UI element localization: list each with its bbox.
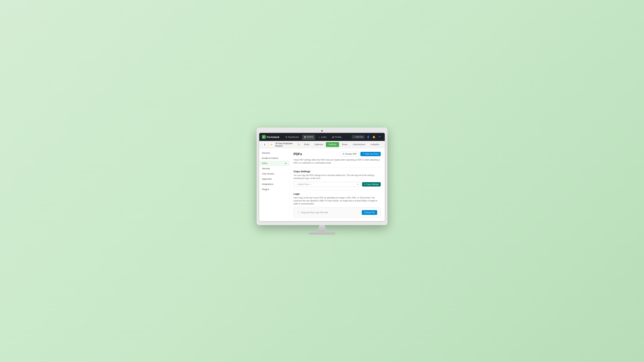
tab-submissions[interactable]: Submissions [350,142,368,147]
tab-optimize[interactable]: Optimize [312,142,326,147]
preview-icon: 👁 [342,153,344,155]
select-form-dropdown[interactable]: — Select Form — ▼ [294,182,361,187]
logo-upload-area[interactable]: 📄 Drag and Drop Logo File Here Choose Fi… [294,207,381,218]
nav-label-forms: Forms [307,136,313,138]
external-link-icon: ↗ [362,153,364,155]
browser-chrome: F Formstack ⊞ Dashboard ▦ Forms △ Learn [259,133,385,221]
logo-section: Logo Add a logo to the top of your PDF b… [294,192,381,218]
preview-pdf-button[interactable]: 👁 Preview PDF [340,152,359,156]
logo-description: Add a logo to the top of your PDF by upl… [294,196,381,205]
page-title: PDFs [294,152,302,156]
learn-icon: △ [318,136,320,138]
sidebar-item-integrations[interactable]: Integrations [259,182,289,187]
add-ons-icon: + [353,136,354,138]
copy-settings-row: — Select Form — ▼ ⎘ Copy Settings [294,182,381,187]
folder-icon-btn[interactable]: 📁 [269,142,274,147]
sidebar-item-security[interactable]: Security [259,166,289,171]
nav-item-portals[interactable]: ◉ Portals [330,135,344,139]
nav-item-forms[interactable]: ▦ Forms [302,135,315,139]
copy-settings-section: Copy Settings You can copy the PDF setti… [294,170,381,187]
drag-drop-label: Drag and Drop Logo File Here [301,211,328,214]
copy-settings-description: You can copy the PDF settings from a rec… [294,174,381,180]
nav-item-learn[interactable]: △ Learn [316,135,328,139]
toolbar: ☰ 📁 30 Day Employee Review ✏️ Build Opti… [259,141,385,148]
sidebar-item-pdfs[interactable]: PDFs ▶ [259,161,289,166]
drag-drop-text-area: 📄 Drag and Drop Logo File Here [297,211,328,214]
main-content: General Emails & Actions PDFs ▶ Security… [259,148,385,221]
pdfs-chevron-icon: ▶ [285,162,286,164]
monitor-screen: F Formstack ⊞ Dashboard ▦ Forms △ Learn [256,128,388,225]
monitor-camera-dot [321,130,323,132]
sidebar-item-user-access[interactable]: User Access [259,171,289,176]
pdfs-description: These PDF settings affect the PDFs that … [294,158,381,164]
account-icon-btn[interactable]: 👤 [366,134,371,139]
dashboard-icon: ⊞ [286,136,287,138]
dropdown-chevron-icon: ▼ [357,184,358,185]
nav-label-learn: Learn [321,136,326,138]
nav-item-dashboard[interactable]: ⊞ Dashboard [284,135,301,139]
copy-settings-title: Copy Settings [294,170,381,173]
tab-build[interactable]: Build [302,142,312,147]
view-live-form-button[interactable]: ↗ View Live Form [360,152,381,156]
form-name-label: 30 Day Employee Review [276,142,297,147]
sidebar-item-approvals[interactable]: Approvals [259,176,289,182]
content-area: PDFs 👁 Preview PDF ↗ View Live Form [290,148,385,221]
forms-icon: ▦ [304,136,306,138]
upload-cloud-icon: 📄 [297,211,300,214]
notifications-icon-btn[interactable]: 🔔 [371,134,376,139]
sidebar-item-general[interactable]: General [259,150,289,156]
logo-area: F Formstack [262,135,280,139]
logo-section-title: Logo [294,192,381,195]
add-ons-button[interactable]: + Add-Ons [352,135,365,139]
choose-file-button[interactable]: Choose File [362,210,377,215]
monitor-wrapper: F Formstack ⊞ Dashboard ▦ Forms △ Learn [256,128,388,234]
formstack-logo-icon: F [262,135,266,139]
tab-share[interactable]: Share [339,142,350,147]
nav-label-dashboard: Dashboard [288,136,299,138]
select-form-placeholder: — Select Form — [296,183,312,186]
nav-label-portals: Portals [335,136,342,138]
form-name-area: 30 Day Employee Review ✏️ [276,142,300,147]
tab-settings[interactable]: Settings [326,142,339,147]
sidebar: General Emails & Actions PDFs ▶ Security… [259,148,290,221]
sidebar-item-emails-actions[interactable]: Emails & Actions [259,156,289,161]
add-ons-label: Add-Ons [355,136,363,138]
toolbar-tabs: Build Optimize Settings Share Submission… [302,142,382,147]
content-header: PDFs 👁 Preview PDF ↗ View Live Form [294,152,381,156]
formstack-logo-text: Formstack [267,136,280,138]
copy-icon: ⎘ [364,183,365,186]
top-nav: F Formstack ⊞ Dashboard ▦ Forms △ Learn [259,133,385,141]
copy-settings-button[interactable]: ⎘ Copy Settings [362,182,381,187]
edit-form-name-icon[interactable]: ✏️ [298,143,300,146]
nav-right: + Add-Ons 👤 🔔 ? [352,134,382,139]
monitor-stand-base [308,232,336,234]
help-icon-btn[interactable]: ? [377,134,382,139]
tab-analytics[interactable]: Analytics [368,142,382,147]
list-view-icon-btn[interactable]: ☰ [262,142,267,147]
monitor-stand-neck [315,225,329,232]
header-actions: 👁 Preview PDF ↗ View Live Form [340,152,381,156]
portals-icon: ◉ [332,136,334,138]
sidebar-item-plugins[interactable]: Plugins [259,187,289,192]
